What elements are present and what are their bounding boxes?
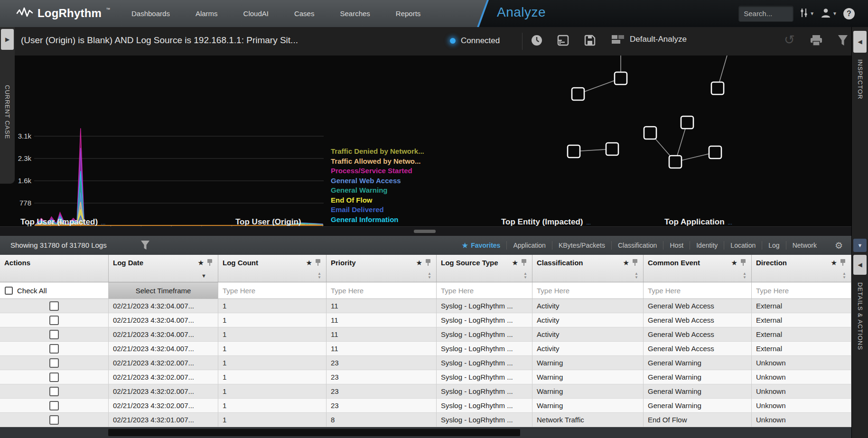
nav-item-cloudai[interactable]: CloudAI <box>231 0 281 27</box>
column-filter-input[interactable]: Type Here <box>437 287 474 295</box>
favorite-star-icon[interactable]: ★ <box>416 259 422 267</box>
column-header-actions[interactable]: Actions <box>0 255 109 282</box>
row-checkbox[interactable] <box>49 358 59 368</box>
table-row[interactable]: 02/21/2023 4:32:04.007...111Syslog - Log… <box>0 327 851 342</box>
nav-item-alarms[interactable]: Alarms <box>183 0 231 27</box>
details-actions-label[interactable]: DETAILS & ACTIONS <box>857 282 864 350</box>
inspector-label[interactable]: INSPECTOR <box>857 59 864 100</box>
column-header-log-count[interactable]: Log Count★▲▼ <box>218 255 327 282</box>
preferences-menu[interactable]: ▼ <box>800 8 814 20</box>
pin-icon[interactable] <box>840 259 845 263</box>
nav-item-cases[interactable]: Cases <box>281 0 327 27</box>
sort-arrows-icon[interactable]: ▲▼ <box>635 272 638 280</box>
details-caret-button[interactable]: ▼ <box>853 239 867 252</box>
events-over-time-chart[interactable]: 07781.6k2.3k3.1kTue 2101 AM02 AM03 AM04 … <box>0 56 851 226</box>
column-header-log-source-type[interactable]: Log Source Type★▲▼ <box>437 255 532 282</box>
check-all-checkbox[interactable] <box>5 287 13 295</box>
favorite-star-icon[interactable]: ★ <box>512 259 518 267</box>
row-checkbox[interactable] <box>49 330 59 339</box>
expand-details-button[interactable]: ◀ <box>853 255 867 275</box>
nav-item-dashboards[interactable]: Dashboards <box>119 0 183 27</box>
user-menu[interactable]: ▼ <box>821 8 837 20</box>
select-timeframe-button[interactable]: Select Timeframe <box>109 282 218 298</box>
table-row[interactable]: 02/21/2023 4:32:04.007...111Syslog - Log… <box>0 313 851 327</box>
legend-item[interactable]: End Of Flow <box>331 196 424 205</box>
legend-item[interactable]: Traffic Allowed by Netwo... <box>331 157 424 167</box>
favorite-star-icon[interactable]: ★ <box>198 259 204 267</box>
table-row[interactable]: 02/21/2023 4:32:02.007...123Syslog - Log… <box>0 370 851 384</box>
expand-inspector-button[interactable]: ◀ <box>853 31 867 53</box>
sort-arrows-icon[interactable]: ▲▼ <box>523 272 527 280</box>
legend-item[interactable]: Email Delivered <box>331 205 424 215</box>
horizontal-scrollbar[interactable] <box>0 427 851 438</box>
row-checkbox[interactable] <box>49 387 59 396</box>
sort-arrows-icon[interactable]: ▲▼ <box>317 272 321 280</box>
graph-node[interactable] <box>711 82 724 94</box>
pin-icon[interactable] <box>522 259 526 263</box>
pin-icon[interactable] <box>207 259 212 263</box>
column-filter-input[interactable]: Type Here <box>644 287 681 295</box>
legend-item[interactable]: Traffic Denied by Network... <box>331 147 424 157</box>
column-header-priority[interactable]: Priority★▲▼ <box>327 255 437 282</box>
grid-settings-button[interactable]: ⚙ <box>835 240 843 251</box>
expand-current-case-button[interactable]: ▶ <box>1 29 14 50</box>
row-checkbox[interactable] <box>49 373 59 382</box>
favorite-star-icon[interactable]: ★ <box>306 259 312 267</box>
graph-node[interactable] <box>709 146 721 158</box>
grid-tab-location[interactable]: Location <box>724 236 762 255</box>
nav-item-searches[interactable]: Searches <box>327 0 383 27</box>
graph-node[interactable] <box>606 143 618 155</box>
legend-item[interactable]: General Web Access <box>331 176 424 186</box>
pin-icon[interactable] <box>741 259 746 263</box>
column-filter-input[interactable]: Type Here <box>327 287 364 295</box>
column-header-classification[interactable]: Classification★▲▼ <box>532 255 644 282</box>
graph-node[interactable] <box>669 156 681 168</box>
search-input[interactable]: Search... <box>738 6 793 22</box>
table-row[interactable]: 02/21/2023 4:32:02.007...123Syslog - Log… <box>0 399 851 413</box>
grid-tab-identity[interactable]: Identity <box>690 236 724 255</box>
row-checkbox[interactable] <box>49 415 59 425</box>
grid-tab-network[interactable]: Network <box>786 236 823 255</box>
scrollbar-thumb[interactable] <box>108 429 520 436</box>
favorite-star-icon[interactable]: ★ <box>731 259 737 267</box>
column-header-common-event[interactable]: Common Event★▲▼ <box>644 255 752 282</box>
widget-subtitle[interactable]: ... <box>101 220 105 225</box>
sort-arrows-icon[interactable]: ▲▼ <box>743 272 747 280</box>
horizontal-splitter[interactable] <box>0 226 868 236</box>
pin-icon[interactable] <box>426 259 430 263</box>
grid-tab-classification[interactable]: Classification <box>612 236 663 255</box>
row-checkbox[interactable] <box>49 316 59 325</box>
column-filter-input[interactable]: Type Here <box>532 287 569 295</box>
favorite-star-icon[interactable]: ★ <box>831 259 837 267</box>
tab-analyze[interactable]: Analyze <box>497 5 546 20</box>
column-filter-input[interactable]: Type Here <box>218 287 255 295</box>
graph-node[interactable] <box>681 116 693 129</box>
logrhythm-logo[interactable]: LogRhythm ™ <box>16 6 110 21</box>
grid-tab-favorites[interactable]: ★Favorites <box>456 236 507 255</box>
graph-node[interactable] <box>644 127 656 139</box>
column-filter-input[interactable]: Type Here <box>752 287 789 295</box>
column-header-direction[interactable]: Direction★▲▼ <box>752 255 851 282</box>
active-filter-text[interactable]: (User (Origin) is Blank) AND Log Source … <box>21 35 298 46</box>
current-case-label[interactable]: CURRENT CASE <box>4 85 11 139</box>
widget-subtitle[interactable]: ... <box>728 220 732 225</box>
filter-button[interactable] <box>837 34 849 48</box>
grid-tab-kbytes-packets[interactable]: KBytes/Packets <box>552 236 611 255</box>
table-row[interactable]: 02/21/2023 4:32:01.007...18Syslog - LogR… <box>0 413 851 427</box>
table-row[interactable]: 02/21/2023 4:32:04.007...111Syslog - Log… <box>0 299 851 313</box>
legend-item[interactable]: General Warning <box>331 186 424 196</box>
print-button[interactable] <box>810 34 823 48</box>
table-row[interactable]: 02/21/2023 4:32:04.007...111Syslog - Log… <box>0 342 851 356</box>
graph-node[interactable] <box>615 72 627 84</box>
splitter-handle-icon[interactable] <box>414 230 436 233</box>
column-header-log-date[interactable]: Log Date★▼ <box>109 255 218 282</box>
legend-item[interactable]: Process/Service Started <box>331 166 424 176</box>
graph-node[interactable] <box>572 88 584 100</box>
widget-subtitle[interactable]: ... <box>305 220 309 225</box>
save-layout-button[interactable] <box>584 34 596 48</box>
time-range-button[interactable] <box>531 34 543 48</box>
favorite-star-icon[interactable]: ★ <box>623 259 629 267</box>
row-checkbox[interactable] <box>49 344 59 354</box>
sort-arrows-icon[interactable]: ▲▼ <box>842 272 846 280</box>
pin-icon[interactable] <box>633 259 637 263</box>
